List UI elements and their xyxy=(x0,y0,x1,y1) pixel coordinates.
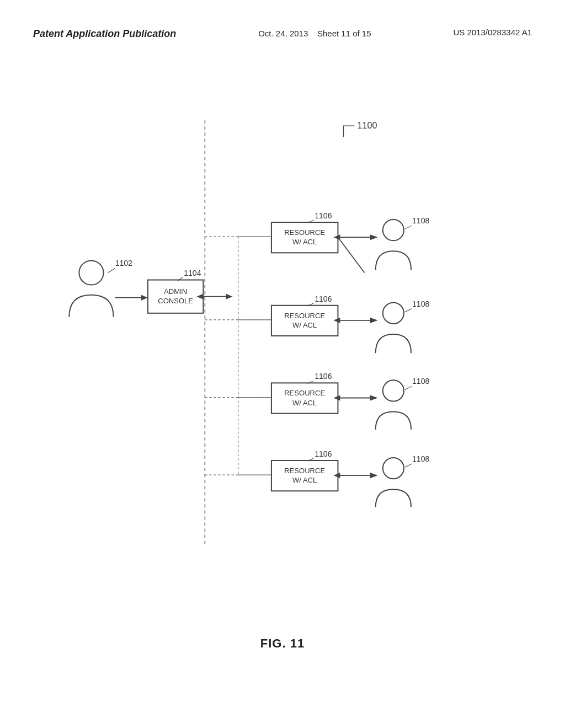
header-date-sheet: Oct. 24, 2013 Sheet 11 of 15 xyxy=(258,28,371,40)
svg-text:W/ ACL: W/ ACL xyxy=(292,476,317,484)
header-date: Oct. 24, 2013 xyxy=(258,29,308,38)
svg-marker-22 xyxy=(363,269,369,276)
patent-page: Patent Application Publication Oct. 24, … xyxy=(0,0,565,728)
svg-marker-48 xyxy=(370,395,378,400)
svg-line-52 xyxy=(405,386,412,389)
svg-text:CONSOLE: CONSOLE xyxy=(158,297,193,305)
svg-text:W/ ACL: W/ ACL xyxy=(292,321,317,329)
svg-line-28 xyxy=(405,226,412,229)
svg-point-38 xyxy=(383,303,404,324)
svg-text:RESOURCE: RESOURCE xyxy=(284,312,325,320)
svg-line-4 xyxy=(108,268,115,272)
svg-text:1106: 1106 xyxy=(315,295,332,303)
svg-text:W/ ACL: W/ ACL xyxy=(292,399,317,407)
svg-point-62 xyxy=(383,458,404,479)
diagram-area: 1100 1102 ADMIN CONSOLE 1104 xyxy=(33,88,532,585)
svg-marker-24 xyxy=(370,234,378,240)
header-sheet: Sheet 11 of 15 xyxy=(317,29,371,38)
svg-text:RESOURCE: RESOURCE xyxy=(284,389,325,397)
svg-text:1106: 1106 xyxy=(315,449,332,458)
svg-text:RESOURCE: RESOURCE xyxy=(284,467,325,475)
svg-line-64 xyxy=(405,464,412,467)
svg-marker-6 xyxy=(141,295,148,301)
svg-point-50 xyxy=(383,380,404,401)
svg-text:1106: 1106 xyxy=(315,211,332,220)
svg-line-40 xyxy=(405,309,412,312)
figure-label: FIG. 11 xyxy=(260,636,305,651)
svg-text:W/ ACL: W/ ACL xyxy=(292,238,317,246)
svg-text:1104: 1104 xyxy=(184,269,201,277)
svg-text:1108: 1108 xyxy=(412,454,429,463)
svg-line-21 xyxy=(338,237,364,272)
header-patent-number: US 2013/0283342 A1 xyxy=(453,28,532,37)
svg-text:1100: 1100 xyxy=(358,120,377,130)
svg-text:1108: 1108 xyxy=(412,299,429,308)
diagram-svg: 1100 1102 ADMIN CONSOLE 1104 xyxy=(33,88,532,585)
header-title: Patent Application Publication xyxy=(33,28,176,40)
svg-point-2 xyxy=(79,260,103,285)
svg-marker-36 xyxy=(370,318,378,323)
svg-point-26 xyxy=(383,220,404,240)
svg-text:1108: 1108 xyxy=(412,216,429,225)
header: Patent Application Publication Oct. 24, … xyxy=(33,28,532,40)
svg-text:ADMIN: ADMIN xyxy=(164,287,187,296)
svg-marker-60 xyxy=(370,473,378,478)
svg-text:RESOURCE: RESOURCE xyxy=(284,228,325,237)
svg-text:1108: 1108 xyxy=(412,377,429,386)
svg-marker-13 xyxy=(226,294,233,299)
svg-text:1102: 1102 xyxy=(115,259,132,267)
svg-text:1106: 1106 xyxy=(315,372,332,381)
